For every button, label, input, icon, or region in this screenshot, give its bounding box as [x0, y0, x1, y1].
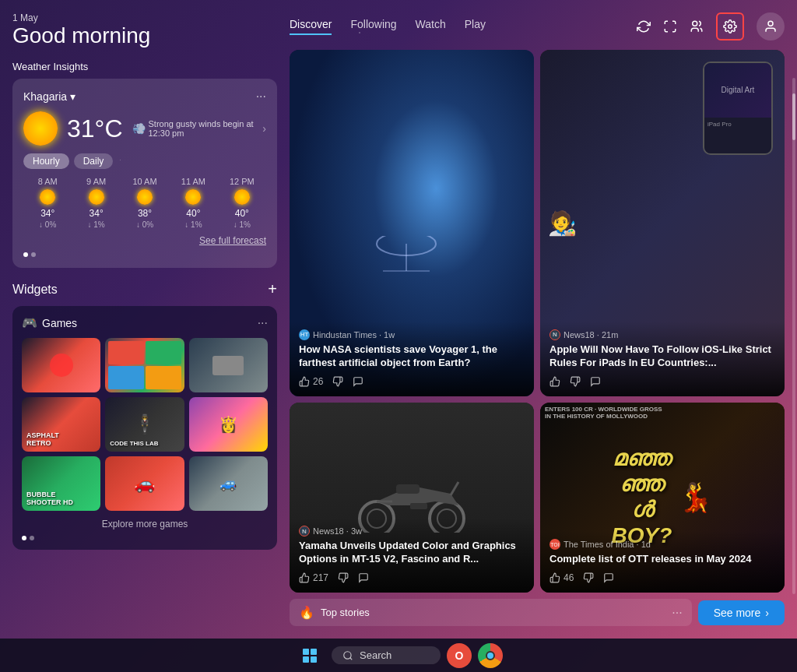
greeting-text: Good morning — [12, 23, 277, 48]
game-tile-5[interactable]: CODE THIS LAB 🕴 — [105, 397, 184, 452]
like-button-ott[interactable]: 46 — [549, 572, 574, 583]
weather-tab-daily[interactable]: Daily — [74, 153, 114, 169]
game-tile-7[interactable]: BUBBLESHOOTER HD — [22, 456, 100, 511]
news-actions-ott: 46 — [549, 572, 775, 583]
search-label: Search — [360, 649, 391, 661]
source-dot-ht: HT — [299, 329, 310, 340]
tab-watch[interactable]: Watch — [416, 18, 446, 35]
thumbs-up-icon — [299, 572, 310, 583]
widgets-section: Widgets + 🎮 Games ··· — [12, 280, 277, 550]
like-button-yamaha[interactable]: 217 — [299, 572, 328, 583]
game-label-asphalt: ASPHALTRETRO — [23, 428, 62, 450]
persons-button[interactable] — [690, 19, 704, 33]
dislike-button-nasa[interactable] — [332, 376, 343, 387]
weather-description: Strong gusty winds begin at 12:30 pm — [149, 119, 260, 138]
game-tile-2[interactable] — [105, 338, 184, 392]
news-card-nasa[interactable]: HT Hindustan Times · 1w How NASA scienti… — [290, 50, 534, 396]
game-tile-6[interactable]: 👸 — [189, 397, 268, 452]
tablet-shape: Digital Art iPad Pro — [703, 62, 773, 155]
game-tile-9[interactable]: 🚙 — [189, 456, 268, 511]
weather-tab-hourly[interactable]: Hourly — [23, 153, 69, 169]
main-container: 1 May Good morning Weather Insights Khag… — [0, 0, 797, 639]
profile-button[interactable] — [757, 12, 785, 40]
comment-button-nasa[interactable] — [353, 376, 363, 387]
news-source-yamaha: N News18 · 3w — [299, 526, 525, 537]
settings-icon — [723, 19, 737, 33]
forecast-sun-icon — [234, 189, 250, 205]
dislike-button-apple[interactable] — [570, 376, 581, 387]
refresh-button[interactable] — [637, 19, 651, 33]
weather-temperature: 31°C — [67, 114, 123, 143]
comment-button-ott[interactable] — [603, 572, 614, 583]
scrollbar[interactable] — [792, 78, 795, 594]
news-title-ott: Complete list of OTT releases in May 202… — [549, 553, 775, 566]
games-dot-2 — [30, 536, 34, 540]
forecast-sun-icon — [89, 189, 104, 205]
tab-play[interactable]: Play — [465, 18, 486, 35]
chrome-browser-button[interactable] — [478, 643, 503, 668]
taskbar-search-bar[interactable]: Search — [332, 646, 441, 664]
news-actions-apple — [549, 376, 775, 387]
chrome-inner-circle — [486, 651, 495, 660]
search-icon — [342, 650, 353, 661]
weather-card: Khagaria ▾ ··· 31°C 💨 Strong gusty winds — [12, 79, 277, 268]
games-nav-dots — [22, 536, 268, 540]
expand-button[interactable] — [663, 19, 677, 33]
news-overlay-yamaha: N News18 · 3w Yamaha Unveils Updated Col… — [290, 518, 534, 593]
svg-line-12 — [451, 482, 458, 495]
comment-button-yamaha[interactable] — [358, 572, 369, 583]
nav-tabs: Discover Following Watch Play — [290, 18, 486, 35]
like-button-nasa[interactable]: 26 — [299, 376, 323, 387]
news-card-ott[interactable]: ENTERS 100 CR · WORLDWIDE GROSSIN THE HI… — [540, 403, 785, 593]
weather-location[interactable]: Khagaria ▾ — [23, 90, 75, 103]
taskbar-center: Search O — [294, 640, 503, 671]
settings-button[interactable] — [716, 12, 744, 40]
news-overlay-apple: N News18 · 21m Apple Will Now Have To Fo… — [540, 322, 785, 396]
thumbs-down-icon — [583, 572, 594, 583]
game-tile-1[interactable] — [22, 338, 100, 392]
comment-button-apple[interactable] — [590, 376, 601, 387]
comment-icon — [353, 376, 363, 387]
top-stories-menu-btn[interactable]: ··· — [672, 606, 682, 620]
tab-discover[interactable]: Discover — [290, 18, 332, 35]
thumbs-up-icon — [549, 376, 560, 387]
widgets-title: Widgets — [12, 283, 58, 297]
news-overlay-ott: TOI The Times of India · 1d Complete lis… — [540, 531, 785, 593]
refresh-icon — [637, 19, 651, 33]
dislike-button-yamaha[interactable] — [338, 572, 349, 583]
weather-tabs: Hourly Daily — [23, 153, 266, 169]
explore-more-games-link[interactable]: Explore more games — [22, 519, 268, 530]
news-source-apple: N News18 · 21m — [549, 329, 775, 340]
expand-icon — [663, 19, 677, 33]
game-tile-4[interactable]: ASPHALTRETRO — [22, 397, 100, 452]
games-card: 🎮 Games ··· — [12, 306, 277, 550]
weather-dot-1 — [23, 252, 28, 257]
svg-rect-14 — [410, 503, 427, 509]
taskbar: Search O — [0, 639, 797, 672]
thumbs-up-icon — [299, 376, 310, 387]
wind-icon: 💨 — [132, 122, 146, 135]
comment-icon — [603, 572, 614, 583]
forecast-12pm: 12 PM 40° ↓ 1% — [218, 177, 266, 229]
forecast-9am: 9 AM 34° ↓ 1% — [72, 177, 120, 229]
add-widget-button[interactable]: + — [268, 280, 277, 298]
game-tile-8[interactable]: 🚗 — [105, 456, 184, 511]
game-tile-3[interactable] — [189, 338, 268, 392]
weather-menu-btn[interactable]: ··· — [256, 90, 266, 104]
windows-start-button[interactable] — [294, 640, 325, 671]
like-button-apple[interactable] — [549, 376, 560, 387]
news-source-nasa: HT Hindustan Times · 1w — [299, 329, 525, 340]
dislike-button-ott[interactable] — [583, 572, 594, 583]
greeting-section: 1 May Good morning — [12, 12, 277, 48]
see-full-forecast-link[interactable]: See full forecast — [199, 235, 266, 246]
tab-following[interactable]: Following — [350, 18, 396, 35]
opera-browser-button[interactable]: O — [447, 643, 472, 668]
scrollbar-thumb[interactable] — [792, 93, 795, 140]
news-source-ott: TOI The Times of India · 1d — [549, 539, 775, 550]
news-card-yamaha[interactable]: N News18 · 3w Yamaha Unveils Updated Col… — [290, 403, 534, 593]
news-card-apple[interactable]: Digital Art iPad Pro 🧑‍🎨 N News18 · 21m … — [540, 50, 785, 396]
see-more-button[interactable]: See more › — [698, 600, 785, 625]
source-dot-news18: N — [549, 329, 560, 340]
games-menu-btn[interactable]: ··· — [258, 316, 268, 330]
right-panel: Discover Following Watch Play — [290, 12, 785, 626]
